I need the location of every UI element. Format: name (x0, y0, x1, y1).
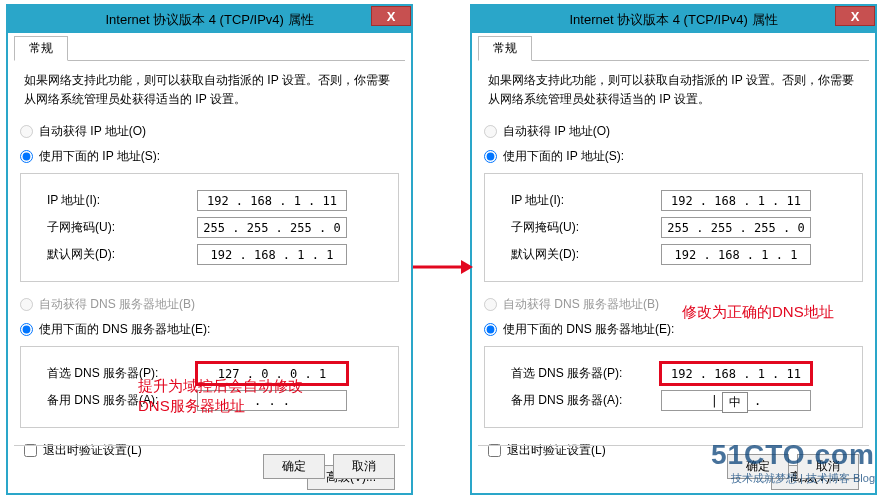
gateway-input[interactable]: 192 . 168 . 1 . 1 (197, 244, 347, 265)
lbl-dns1: 首选 DNS 服务器(P): (511, 365, 661, 382)
cancel-button[interactable]: 取消 (797, 454, 859, 479)
cancel-button[interactable]: 取消 (333, 454, 395, 479)
close-icon: X (387, 9, 396, 24)
dialog-footer: 确定 取消 (14, 445, 405, 487)
radio-use-ip-label: 使用下面的 IP 地址(S): (503, 148, 624, 165)
titlebar: Internet 协议版本 4 (TCP/IPv4) 属性 X (472, 6, 875, 33)
lbl-dns2: 备用 DNS 服务器(A): (511, 392, 661, 409)
gateway-input[interactable]: 192 . 168 . 1 . 1 (661, 244, 811, 265)
lbl-mask: 子网掩码(U): (47, 219, 197, 236)
preferred-dns-input[interactable]: 192 . 168 . 1 . 11 (661, 363, 811, 384)
tab-general[interactable]: 常规 (14, 36, 68, 61)
ip-group: IP 地址(I): 192 . 168 . 1 . 11 子网掩码(U): 25… (20, 173, 399, 282)
tab-bar: 常规 (478, 37, 869, 61)
radio-use-ip-row[interactable]: 使用下面的 IP 地址(S): (20, 148, 399, 165)
description-text: 如果网络支持此功能，则可以获取自动指派的 IP 设置。否则，你需要从网络系统管理… (24, 71, 395, 109)
subnet-mask-input[interactable]: 255 . 255 . 255 . 0 (661, 217, 811, 238)
tcpip-properties-dialog-left: Internet 协议版本 4 (TCP/IPv4) 属性 X 常规 如果网络支… (6, 4, 413, 495)
lbl-ip: IP 地址(I): (47, 192, 197, 209)
titlebar: Internet 协议版本 4 (TCP/IPv4) 属性 X (8, 6, 411, 33)
radio-auto-dns-label: 自动获得 DNS 服务器地址(B) (39, 296, 195, 313)
ip-address-input[interactable]: 192 . 168 . 1 . 11 (661, 190, 811, 211)
radio-use-dns-label: 使用下面的 DNS 服务器地址(E): (503, 321, 674, 338)
description-text: 如果网络支持此功能，则可以获取自动指派的 IP 设置。否则，你需要从网络系统管理… (488, 71, 859, 109)
dialog-body: 如果网络支持此功能，则可以获取自动指派的 IP 设置。否则，你需要从网络系统管理… (20, 71, 399, 490)
tcpip-properties-dialog-right: Internet 协议版本 4 (TCP/IPv4) 属性 X 常规 如果网络支… (470, 4, 877, 495)
close-button[interactable]: X (835, 6, 875, 26)
radio-auto-ip-row[interactable]: 自动获得 IP 地址(O) (20, 123, 399, 140)
radio-auto-ip-label: 自动获得 IP 地址(O) (503, 123, 610, 140)
radio-auto-ip[interactable] (20, 125, 33, 138)
tab-bar: 常规 (14, 37, 405, 61)
lbl-ip: IP 地址(I): (511, 192, 661, 209)
dns-group: 首选 DNS 服务器(P): 192 . 168 . 1 . 11 备用 DNS… (484, 346, 863, 428)
lbl-mask: 子网掩码(U): (511, 219, 661, 236)
ok-button[interactable]: 确定 (727, 454, 789, 479)
arrow-icon (413, 252, 473, 282)
radio-use-ip-label: 使用下面的 IP 地址(S): (39, 148, 160, 165)
radio-use-ip-row[interactable]: 使用下面的 IP 地址(S): (484, 148, 863, 165)
radio-use-ip[interactable] (484, 150, 497, 163)
annotation-right: 修改为正确的DNS地址 (682, 302, 834, 322)
ok-button[interactable]: 确定 (263, 454, 325, 479)
radio-auto-ip-row[interactable]: 自动获得 IP 地址(O) (484, 123, 863, 140)
tab-general[interactable]: 常规 (478, 36, 532, 61)
dialog-footer: 确定 取消 (478, 445, 869, 487)
radio-use-dns-label: 使用下面的 DNS 服务器地址(E): (39, 321, 210, 338)
radio-auto-dns (20, 298, 33, 311)
window-title: Internet 协议版本 4 (TCP/IPv4) 属性 (472, 11, 875, 29)
window-title: Internet 协议版本 4 (TCP/IPv4) 属性 (8, 11, 411, 29)
ip-address-input[interactable]: 192 . 168 . 1 . 11 (197, 190, 347, 211)
ime-indicator: 中 (722, 392, 748, 413)
close-icon: X (851, 9, 860, 24)
annotation-left: 提升为域控后会自动修改 DNS服务器地址 (138, 376, 303, 415)
radio-auto-dns (484, 298, 497, 311)
radio-use-dns[interactable] (20, 323, 33, 336)
close-button[interactable]: X (371, 6, 411, 26)
radio-auto-dns-row[interactable]: 自动获得 DNS 服务器地址(B) (20, 296, 399, 313)
lbl-gateway: 默认网关(D): (511, 246, 661, 263)
dialog-body: 如果网络支持此功能，则可以获取自动指派的 IP 设置。否则，你需要从网络系统管理… (484, 71, 863, 490)
lbl-gateway: 默认网关(D): (47, 246, 197, 263)
radio-use-dns-row[interactable]: 使用下面的 DNS 服务器地址(E): (20, 321, 399, 338)
radio-auto-dns-label: 自动获得 DNS 服务器地址(B) (503, 296, 659, 313)
radio-auto-ip-label: 自动获得 IP 地址(O) (39, 123, 146, 140)
radio-auto-ip[interactable] (484, 125, 497, 138)
radio-use-ip[interactable] (20, 150, 33, 163)
radio-use-dns-row[interactable]: 使用下面的 DNS 服务器地址(E): (484, 321, 863, 338)
subnet-mask-input[interactable]: 255 . 255 . 255 . 0 (197, 217, 347, 238)
radio-use-dns[interactable] (484, 323, 497, 336)
ip-group: IP 地址(I): 192 . 168 . 1 . 11 子网掩码(U): 25… (484, 173, 863, 282)
